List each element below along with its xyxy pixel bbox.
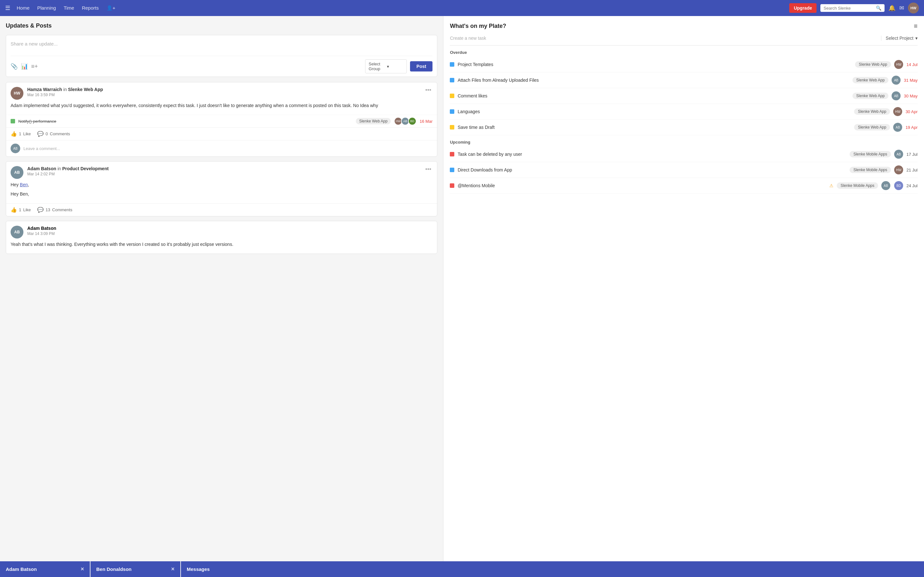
comment-button-2[interactable]: 💬 13 Comments: [37, 207, 72, 213]
partial-comment-body: Yeah that's what I was thinking. Everyth…: [6, 241, 437, 253]
post-author-name-2: Adam Batson: [27, 166, 56, 171]
task-badge[interactable]: Slenke Web App: [853, 93, 889, 99]
task-color-blue: [450, 78, 454, 82]
nav-time[interactable]: Time: [63, 5, 74, 11]
partial-comment-avatar: AB: [11, 226, 23, 239]
task-badge[interactable]: Slenke Web App: [854, 108, 890, 115]
post-in-label-2: in: [57, 166, 62, 171]
chat-close-adam[interactable]: ×: [81, 566, 84, 572]
post-meta-2: Adam Batson in Product Development Mar 1…: [27, 166, 420, 176]
task-date: 16 Mar: [420, 119, 433, 124]
bell-icon[interactable]: 🔔: [888, 5, 895, 11]
task-badge[interactable]: Slenke Web App: [854, 124, 890, 131]
task-item-name[interactable]: Comment likes: [457, 93, 849, 98]
task-item-name[interactable]: Save time as Draft: [457, 125, 851, 130]
list-add-icon[interactable]: ≡+: [31, 63, 38, 70]
task-item-name[interactable]: Project Templates: [457, 62, 851, 67]
task-badge[interactable]: Slenke Mobile Apps: [850, 151, 891, 157]
task-item: Attach Files from Already Uploaded Files…: [450, 73, 918, 88]
comment-avatar: AB: [11, 143, 20, 153]
task-date: 19 Apr: [905, 125, 918, 130]
like-label-2: Like: [23, 207, 31, 212]
task-date: 14 Jul: [906, 62, 918, 67]
mail-icon[interactable]: ✉: [899, 5, 904, 11]
select-group-dropdown[interactable]: Select Group ▾: [365, 59, 407, 73]
chat-close-ben[interactable]: ×: [171, 566, 174, 572]
partial-comment-text: Yeah that's what I was thinking. Everyth…: [11, 241, 433, 248]
task-name[interactable]: Notify() performance: [18, 119, 352, 124]
comment-label-2: Comments: [52, 207, 73, 212]
post-card: HW Hamza Warraich in Slenke Web App Mar …: [6, 82, 437, 157]
composer-placeholder[interactable]: Share a new update...: [11, 40, 433, 53]
task-color-blue: [450, 62, 454, 67]
comment-label: Comments: [50, 131, 70, 136]
nav-home[interactable]: Home: [17, 5, 29, 11]
post-button[interactable]: Post: [410, 61, 433, 71]
like-button-2[interactable]: 👍 1 Like: [11, 207, 31, 213]
post-composer: Share a new update... 📎 📊 ≡+ Select Grou…: [6, 35, 437, 77]
like-icon-2: 👍: [11, 207, 17, 213]
task-item: Task can be deleted by any user Slenke M…: [450, 147, 918, 162]
post-author-name: Hamza Warraich: [27, 87, 62, 92]
task-color-blue: [450, 109, 454, 114]
task-badge[interactable]: Slenke Web App: [853, 77, 889, 83]
nav-planning[interactable]: Planning: [37, 5, 56, 11]
upgrade-button[interactable]: Upgrade: [789, 3, 817, 13]
post-body: Adam implemented what you'd suggested, i…: [6, 102, 437, 115]
post-more-icon-2[interactable]: •••: [424, 166, 433, 173]
task-assignee-avatar: AB: [892, 76, 901, 85]
chart-icon[interactable]: 📊: [21, 63, 28, 70]
task-badge[interactable]: Slenke Mobile Apps: [850, 167, 891, 173]
filter-icon[interactable]: ≡: [914, 23, 918, 30]
search-input[interactable]: [824, 6, 874, 11]
nav-add-member[interactable]: 👤+: [107, 5, 115, 11]
select-project-dropdown[interactable]: Select Project ▾: [881, 35, 918, 41]
user-avatar[interactable]: HW: [908, 3, 919, 13]
composer-toolbar: 📎 📊 ≡+ Select Group ▾ Post: [11, 56, 433, 73]
task-item: Project Templates Slenke Web App HW 14 J…: [450, 57, 918, 73]
like-button[interactable]: 👍 1 Like: [11, 131, 31, 137]
chat-bar-adam[interactable]: Adam Batson ×: [0, 561, 90, 577]
warning-icon: ⚠: [829, 183, 834, 188]
post-time: Mar 16 3:59 PM: [27, 93, 420, 97]
task-item: Languages Slenke Web App HW 30 Apr: [450, 104, 918, 119]
comment-placeholder[interactable]: Leave a comment...: [23, 146, 60, 151]
attach-icon[interactable]: 📎: [11, 63, 18, 70]
like-icon: 👍: [11, 131, 17, 137]
navbar: ☰ Home Planning Time Reports 👤+ Upgrade …: [0, 0, 924, 16]
task-date: 24 Jul: [906, 183, 918, 188]
task-item-name[interactable]: Task can be deleted by any user: [457, 152, 846, 157]
post-more-icon[interactable]: •••: [424, 87, 433, 93]
task-date: 30 Apr: [905, 109, 918, 114]
comment-input-row: AB Leave a comment...: [6, 140, 437, 156]
plate-title: What's on my Plate?: [450, 23, 914, 29]
like-count-2: 1: [19, 207, 21, 212]
select-group-label: Select Group: [368, 61, 385, 71]
comment-button[interactable]: 💬 0 Comments: [37, 131, 70, 137]
task-item: Direct Downloads from App Slenke Mobile …: [450, 162, 918, 178]
nav-reports[interactable]: Reports: [82, 5, 99, 11]
post-meta: Hamza Warraich in Slenke Web App Mar 16 …: [27, 87, 420, 97]
task-badge[interactable]: Slenke Web App: [855, 61, 891, 68]
partial-comment-header: AB Adam Batson Mar 14 3:09 PM: [6, 221, 437, 241]
task-assignee-avatar: HW: [894, 165, 903, 174]
chat-bar-ben[interactable]: Ben Donaldson ×: [90, 561, 180, 577]
menu-icon[interactable]: ☰: [5, 5, 10, 11]
task-item-name[interactable]: @Mentions Mobile: [457, 183, 826, 188]
task-badge[interactable]: Slenke Mobile Apps: [837, 182, 878, 189]
post-link-ben[interactable]: Ben: [20, 182, 28, 187]
new-task-input[interactable]: [450, 35, 877, 41]
task-project-badge[interactable]: Slenke Web App: [356, 118, 391, 124]
like-label: Like: [23, 131, 31, 136]
task-color-blue: [450, 168, 454, 172]
like-count: 1: [19, 131, 21, 136]
dropdown-chevron-icon: ▾: [387, 64, 403, 69]
task-item-name[interactable]: Direct Downloads from App: [457, 167, 846, 172]
nav-right: Upgrade 🔍 🔔 ✉ HW: [789, 3, 919, 13]
chat-bar-ben-name: Ben Donaldson: [96, 566, 171, 572]
post-body-text-2: Hey Ben,: [11, 191, 433, 197]
task-item-name[interactable]: Attach Files from Already Uploaded Files: [457, 77, 849, 83]
messages-bar[interactable]: Messages: [181, 561, 924, 577]
upcoming-section-header: Upcoming: [450, 140, 918, 145]
task-item-name[interactable]: Languages: [457, 109, 851, 114]
